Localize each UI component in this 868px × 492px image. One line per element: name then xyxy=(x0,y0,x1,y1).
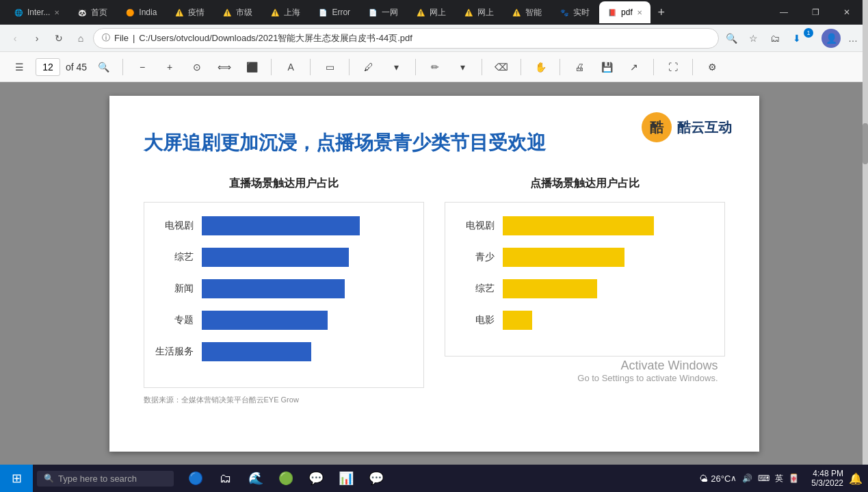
highlight-button[interactable]: 🖊 xyxy=(358,56,380,78)
taskbar-app-excel[interactable]: 📊 xyxy=(331,465,361,492)
left-chart-section: 直播场景触达用户占比 电视剧 综艺 xyxy=(144,177,424,388)
tab-error[interactable]: 📄 Error xyxy=(310,1,358,23)
scrollbar-thumb[interactable] xyxy=(863,123,868,164)
right-bar-fill-2 xyxy=(503,279,598,298)
pdf-toolbar: ☰ of 45 🔍 − + ⊙ ⟺ ⬛ A ▭ 🖊 ▾ ✏ ▾ ⌫ ✋ 🖨 💾 … xyxy=(0,52,868,82)
minimize-button[interactable]: — xyxy=(768,0,800,25)
bar-fill-1 xyxy=(202,248,350,267)
tab-yiwang-favicon: 📄 xyxy=(368,8,378,17)
collections-icon[interactable]: 🗂 xyxy=(765,29,785,48)
tab-yiwang[interactable]: 📄 一网 xyxy=(360,1,406,23)
tab-home[interactable]: 🐼 首页 xyxy=(69,1,116,23)
search-button[interactable]: 🔍 xyxy=(92,56,114,78)
rotate-button[interactable]: A xyxy=(280,56,302,78)
back-button[interactable]: ‹ xyxy=(5,29,25,48)
close-button[interactable]: ✕ xyxy=(831,0,863,25)
annotation-dropdown[interactable]: ▾ xyxy=(451,56,473,78)
profile-avatar[interactable]: 👤 xyxy=(821,29,841,48)
tab-wangshang2[interactable]: ⚠️ 网上 xyxy=(456,1,502,23)
highlight-dropdown[interactable]: ▾ xyxy=(385,56,407,78)
bar-label-1: 综艺 xyxy=(155,251,194,263)
tab-india[interactable]: 🟠 India xyxy=(117,1,165,23)
tab-inter[interactable]: 🌐 Inter... ✕ xyxy=(5,1,68,23)
tab-wangshang1[interactable]: ⚠️ 网上 xyxy=(408,1,454,23)
clock-date: 5/3/2022 xyxy=(811,478,843,488)
tab-wangshang1-label: 网上 xyxy=(430,7,446,18)
new-tab-button[interactable]: + xyxy=(652,3,671,22)
logo-circle: 酷 xyxy=(642,112,672,142)
language-icon[interactable]: 英 xyxy=(775,473,783,484)
taskbar-app-edge[interactable]: 🌊 xyxy=(241,465,271,492)
forward-button[interactable]: › xyxy=(27,29,47,48)
select-tool-button[interactable]: ▭ xyxy=(319,56,341,78)
tab-pdf-close[interactable]: ✕ xyxy=(637,9,642,16)
address-bar[interactable]: ⓘ File | C:/Users/otvcloud/Downloads/202… xyxy=(93,28,719,49)
taskbar-search[interactable]: 🔍 Type here to search xyxy=(37,471,174,487)
source-text: 数据来源：全媒体营销决策平台酷云EYE Grow xyxy=(144,395,725,405)
right-bar-label-1: 青少 xyxy=(456,251,495,263)
page-number-input[interactable] xyxy=(36,58,60,76)
taskbar-app-taskview[interactable]: 🔵 xyxy=(181,465,211,492)
fit-width-button[interactable]: ⟺ xyxy=(213,56,235,78)
tab-india-favicon: 🟠 xyxy=(125,8,135,17)
volume-icon[interactable]: 🔊 xyxy=(742,474,752,483)
annotation-button[interactable]: ✏ xyxy=(424,56,446,78)
refresh-button[interactable]: ↻ xyxy=(49,29,68,48)
tab-zhineng[interactable]: ⚠️ 智能 xyxy=(503,1,550,23)
tab-wangshang1-favicon: ⚠️ xyxy=(416,8,425,17)
tab-pdf[interactable]: 📕 pdf ✕ xyxy=(599,1,650,23)
bar-row-0: 电视剧 xyxy=(155,216,412,235)
right-chart-section: 点播场景触达用户占比 电视剧 青少 xyxy=(445,177,725,388)
scrollbar[interactable] xyxy=(863,0,868,465)
toolbar-divider-7 xyxy=(521,59,521,75)
taskbar-app-wechat[interactable]: 💬 xyxy=(301,465,331,492)
maximize-button[interactable]: ❐ xyxy=(800,0,831,25)
home-button[interactable]: ⌂ xyxy=(71,29,90,48)
taskbar-time[interactable]: 4:48 PM 5/3/2022 xyxy=(811,469,843,488)
right-bar-track-0 xyxy=(503,216,713,235)
taskbar-app-gd[interactable]: 🟢 xyxy=(271,465,301,492)
print-button[interactable]: 🖨 xyxy=(568,56,590,78)
ime-icon[interactable]: 🀄 xyxy=(789,474,799,483)
tab-shiji-label: 市级 xyxy=(236,7,252,18)
auto-zoom-button[interactable]: ⊙ xyxy=(186,56,208,78)
sidebar-toggle-button[interactable]: ☰ xyxy=(8,56,30,78)
start-button[interactable]: ⊞ xyxy=(0,465,33,492)
fullscreen-button[interactable]: ⛶ xyxy=(662,56,684,78)
tab-shishi[interactable]: 🐾 实时 xyxy=(551,1,598,23)
browser-window: 🌐 Inter... ✕ 🐼 首页 🟠 India ⚠️ 疫情 ⚠️ 市级 ⚠ xyxy=(0,0,868,465)
taskbar-app-files[interactable]: 🗂 xyxy=(211,465,241,492)
keyboard-icon[interactable]: ⌨ xyxy=(758,474,770,483)
toolbar-divider-4 xyxy=(349,59,350,75)
address-info-icon: ⓘ xyxy=(102,32,110,44)
eraser-button[interactable]: ⌫ xyxy=(490,56,512,78)
fit-page-button[interactable]: ⬛ xyxy=(241,56,263,78)
tab-error-favicon: 📄 xyxy=(318,8,328,17)
tab-home-label: 首页 xyxy=(91,7,107,18)
zoom-button[interactable]: 🔍 xyxy=(722,29,741,48)
bar-row-2: 新闻 xyxy=(155,279,412,298)
tab-inter-close[interactable]: ✕ xyxy=(54,9,60,16)
share-button[interactable]: ↗ xyxy=(623,56,645,78)
favorites-icon[interactable]: ☆ xyxy=(744,29,763,48)
window-controls: — ❐ ✕ xyxy=(768,0,863,25)
toolbar-right: 🔍 ☆ 🗂 ⬇ 1 👤 … xyxy=(722,29,863,48)
tab-zhineng-favicon: ⚠️ xyxy=(512,8,521,17)
notification-icon[interactable]: 🔔 xyxy=(849,472,863,485)
taskbar-app-chat[interactable]: 💬 xyxy=(361,465,391,492)
bar-label-3: 专题 xyxy=(155,314,194,326)
chevron-icon[interactable]: ∧ xyxy=(731,474,737,483)
tab-shiji[interactable]: ⚠️ 市级 xyxy=(214,1,261,23)
clock-time: 4:48 PM xyxy=(811,469,843,478)
zoom-in-button[interactable]: + xyxy=(159,56,181,78)
hand-tool-button[interactable]: ✋ xyxy=(529,56,551,78)
tab-wangshang2-favicon: ⚠️ xyxy=(464,8,473,17)
settings-icon[interactable]: … xyxy=(843,29,863,48)
tab-yiqing[interactable]: ⚠️ 疫情 xyxy=(166,1,213,23)
tab-shanghai[interactable]: ⚠️ 上海 xyxy=(262,1,308,23)
toolbar-divider-10 xyxy=(692,59,693,75)
bar-fill-4 xyxy=(202,342,311,361)
save-button[interactable]: 💾 xyxy=(596,56,618,78)
pdf-settings-button[interactable]: ⚙ xyxy=(701,56,723,78)
zoom-out-button[interactable]: − xyxy=(131,56,153,78)
